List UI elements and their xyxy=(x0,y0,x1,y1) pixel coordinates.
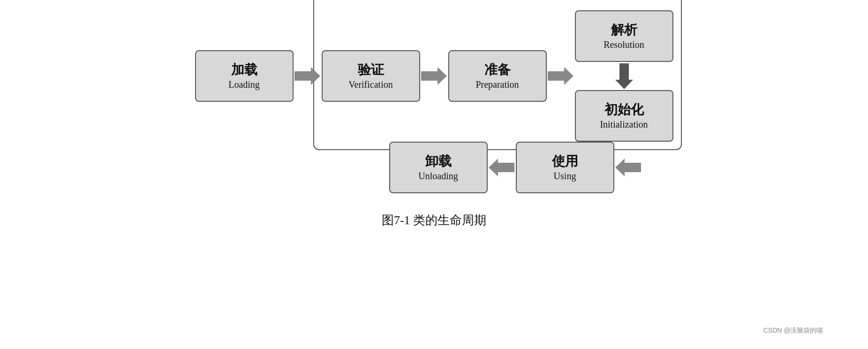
using-zh: 使用 xyxy=(552,153,578,170)
initialization-box: 初始化 Initialization xyxy=(575,90,673,142)
row2: 卸载 Unloading 使用 Using xyxy=(226,142,642,193)
using-en: Using xyxy=(554,170,576,182)
arrow-preparation-to-resolution xyxy=(547,67,575,85)
unloading-zh: 卸载 xyxy=(425,153,452,170)
svg-marker-5 xyxy=(615,159,641,176)
arrow-initialization-to-using xyxy=(614,158,642,177)
arrow-resolution-to-initialization xyxy=(615,62,633,90)
flow-layout: 加载 Loading 连接（Linking） 验证 Verification xyxy=(83,10,786,193)
svg-marker-4 xyxy=(489,159,514,176)
resolution-en: Resolution xyxy=(604,38,644,51)
linking-group: 连接（Linking） 验证 Verification 准备 Preparati… xyxy=(322,10,673,142)
initialization-zh: 初始化 xyxy=(604,101,644,118)
svg-marker-1 xyxy=(421,67,447,85)
loading-box: 加载 Loading xyxy=(195,50,294,102)
initialization-en: Initialization xyxy=(600,118,648,130)
watermark: CSDN @没脑袋的喵 xyxy=(763,326,823,335)
resolution-column: 解析 Resolution 初始化 Initialization xyxy=(575,10,673,142)
arrow-verification-to-preparation xyxy=(420,67,448,85)
resolution-zh: 解析 xyxy=(611,22,637,38)
unloading-en: Unloading xyxy=(418,170,458,182)
verification-box: 验证 Verification xyxy=(322,50,420,102)
verification-en: Verification xyxy=(348,78,392,91)
using-box: 使用 Using xyxy=(516,142,614,193)
arrow-using-to-unloading xyxy=(488,158,516,177)
arrow-loading-to-verification xyxy=(294,67,322,85)
preparation-zh: 准备 xyxy=(484,61,511,78)
loading-en: Loading xyxy=(228,78,260,91)
svg-marker-0 xyxy=(294,67,320,85)
preparation-en: Preparation xyxy=(476,78,519,91)
unloading-box: 卸载 Unloading xyxy=(389,142,488,193)
row1: 加载 Loading 连接（Linking） 验证 Verification xyxy=(195,10,673,142)
svg-marker-2 xyxy=(548,67,574,85)
verification-zh: 验证 xyxy=(358,61,384,78)
preparation-box: 准备 Preparation xyxy=(448,50,547,102)
diagram-caption: 图7-1 类的生命周期 xyxy=(382,212,486,228)
svg-marker-3 xyxy=(615,63,633,89)
loading-zh: 加载 xyxy=(231,61,257,78)
resolution-box: 解析 Resolution xyxy=(575,10,673,62)
diagram-container: 加载 Loading 连接（Linking） 验证 Verification xyxy=(36,10,833,339)
